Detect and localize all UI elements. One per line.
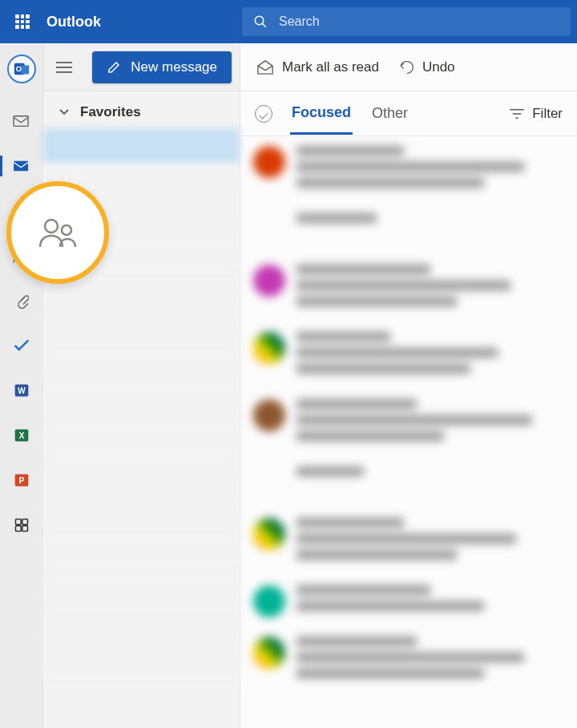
people-icon: [38, 216, 77, 249]
compose-icon: [107, 60, 121, 75]
folder-pane-toolbar: New message: [43, 43, 240, 91]
message-pane: Mark all as read Undo Focused Other Filt…: [240, 43, 577, 728]
svg-point-0: [255, 16, 264, 25]
svg-rect-23: [22, 526, 27, 532]
svg-line-1: [262, 23, 266, 27]
mark-all-read-button[interactable]: Mark all as read: [256, 59, 379, 75]
favorites-header[interactable]: Favorites: [43, 91, 240, 128]
undo-label: Undo: [422, 59, 455, 75]
select-all-checkbox[interactable]: [255, 105, 272, 123]
excel-icon[interactable]: X: [0, 423, 43, 447]
search-placeholder: Search: [279, 14, 320, 29]
message-action-bar: Mark all as read Undo: [240, 43, 577, 91]
message-item[interactable]: [240, 627, 577, 694]
folder-item[interactable]: [43, 313, 240, 348]
svg-rect-22: [15, 526, 21, 532]
folder-item[interactable]: [43, 128, 240, 164]
folder-item[interactable]: [43, 571, 240, 606]
svg-rect-3: [21, 65, 29, 74]
main-content: W X P New message: [0, 43, 577, 728]
folder-item[interactable]: [43, 497, 240, 532]
mail-new-icon[interactable]: [0, 109, 43, 133]
inbox-tab-bar: Focused Other Filter: [240, 91, 577, 136]
message-list: [240, 136, 577, 728]
filter-button[interactable]: Filter: [510, 106, 563, 122]
svg-rect-21: [22, 520, 27, 525]
app-launcher-button[interactable]: [6, 6, 38, 38]
svg-rect-6: [14, 116, 28, 127]
folder-item[interactable]: [43, 645, 240, 680]
waffle-icon: [15, 14, 30, 29]
filter-icon: [510, 108, 524, 119]
svg-rect-7: [14, 161, 28, 172]
people-navigation-highlight: [6, 181, 109, 284]
message-item[interactable]: [240, 508, 577, 576]
message-item[interactable]: [240, 255, 577, 322]
message-item[interactable]: [240, 576, 577, 627]
files-attachment-icon[interactable]: [0, 289, 43, 313]
folder-item[interactable]: [43, 386, 240, 422]
svg-point-31: [62, 225, 71, 235]
outlook-app-icon[interactable]: [7, 55, 36, 83]
toggle-folder-pane-button[interactable]: [56, 61, 72, 74]
svg-text:X: X: [18, 431, 24, 440]
search-icon: [253, 14, 268, 29]
chevron-down-icon: [59, 109, 69, 115]
folder-item[interactable]: [43, 608, 240, 643]
tab-other[interactable]: Other: [370, 94, 410, 133]
folder-pane: New message Favorites: [43, 43, 240, 728]
undo-button[interactable]: Undo: [398, 59, 455, 75]
search-input[interactable]: Search: [242, 7, 571, 36]
mail-icon[interactable]: [0, 154, 43, 178]
message-item[interactable]: [240, 204, 577, 255]
favorites-label: Favorites: [80, 104, 141, 120]
powerpoint-icon[interactable]: P: [0, 468, 43, 492]
apps-icon[interactable]: [0, 513, 43, 537]
message-item[interactable]: [240, 136, 577, 204]
folder-item[interactable]: [43, 534, 240, 569]
svg-point-5: [17, 67, 20, 71]
folder-item[interactable]: [43, 423, 240, 459]
app-title: Outlook: [46, 14, 101, 30]
svg-point-30: [45, 220, 58, 233]
left-navigation-rail: W X P: [0, 43, 43, 728]
message-item[interactable]: [240, 390, 577, 457]
mail-open-icon: [256, 59, 274, 75]
undo-icon: [398, 59, 414, 75]
new-message-label: New message: [131, 59, 217, 75]
header-bar: Outlook Search: [0, 0, 577, 43]
message-item[interactable]: [240, 322, 577, 390]
word-icon[interactable]: W: [0, 378, 43, 402]
new-message-button[interactable]: New message: [92, 51, 232, 83]
filter-label: Filter: [532, 106, 563, 122]
tab-focused[interactable]: Focused: [290, 93, 353, 135]
svg-text:W: W: [18, 386, 26, 395]
message-item[interactable]: [240, 457, 577, 508]
folder-item[interactable]: [43, 460, 240, 495]
mark-all-read-label: Mark all as read: [282, 59, 379, 75]
folder-item[interactable]: [43, 350, 240, 385]
svg-rect-20: [15, 520, 21, 525]
svg-text:P: P: [18, 476, 24, 485]
todo-icon[interactable]: [0, 334, 43, 358]
